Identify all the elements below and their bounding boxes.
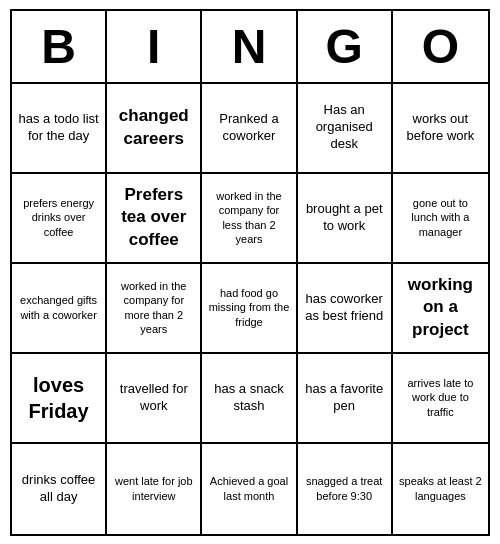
bingo-letter-g: G xyxy=(298,11,393,82)
bingo-header: BINGO xyxy=(12,11,488,84)
bingo-cell-8: brought a pet to work xyxy=(298,174,393,264)
bingo-cell-3: Has an organised desk xyxy=(298,84,393,174)
bingo-cell-12: had food go missing from the fridge xyxy=(202,264,297,354)
bingo-letter-n: N xyxy=(202,11,297,82)
bingo-cell-15: loves Friday xyxy=(12,354,107,444)
bingo-cell-11: worked in the company for more than 2 ye… xyxy=(107,264,202,354)
bingo-cell-1: changed careers xyxy=(107,84,202,174)
bingo-letter-b: B xyxy=(12,11,107,82)
bingo-cell-13: has coworker as best friend xyxy=(298,264,393,354)
bingo-cell-22: Achieved a goal last month xyxy=(202,444,297,534)
bingo-letter-o: O xyxy=(393,11,488,82)
bingo-cell-14: working on a project xyxy=(393,264,488,354)
bingo-cell-18: has a favorite pen xyxy=(298,354,393,444)
bingo-cell-4: works out before work xyxy=(393,84,488,174)
bingo-cell-5: prefers energy drinks over coffee xyxy=(12,174,107,264)
bingo-cell-10: exchanged gifts with a coworker xyxy=(12,264,107,354)
bingo-cell-24: speaks at least 2 languages xyxy=(393,444,488,534)
bingo-grid: has a todo list for the daychanged caree… xyxy=(12,84,488,534)
bingo-cell-2: Pranked a coworker xyxy=(202,84,297,174)
bingo-cell-23: snagged a treat before 9:30 xyxy=(298,444,393,534)
bingo-cell-7: worked in the company for less than 2 ye… xyxy=(202,174,297,264)
bingo-cell-6: Prefers tea over coffee xyxy=(107,174,202,264)
bingo-cell-20: drinks coffee all day xyxy=(12,444,107,534)
bingo-cell-17: has a snack stash xyxy=(202,354,297,444)
bingo-cell-19: arrives late to work due to traffic xyxy=(393,354,488,444)
bingo-cell-21: went late for job interview xyxy=(107,444,202,534)
bingo-letter-i: I xyxy=(107,11,202,82)
bingo-cell-0: has a todo list for the day xyxy=(12,84,107,174)
bingo-card: BINGO has a todo list for the daychanged… xyxy=(10,9,490,536)
bingo-cell-16: travelled for work xyxy=(107,354,202,444)
bingo-cell-9: gone out to lunch with a manager xyxy=(393,174,488,264)
